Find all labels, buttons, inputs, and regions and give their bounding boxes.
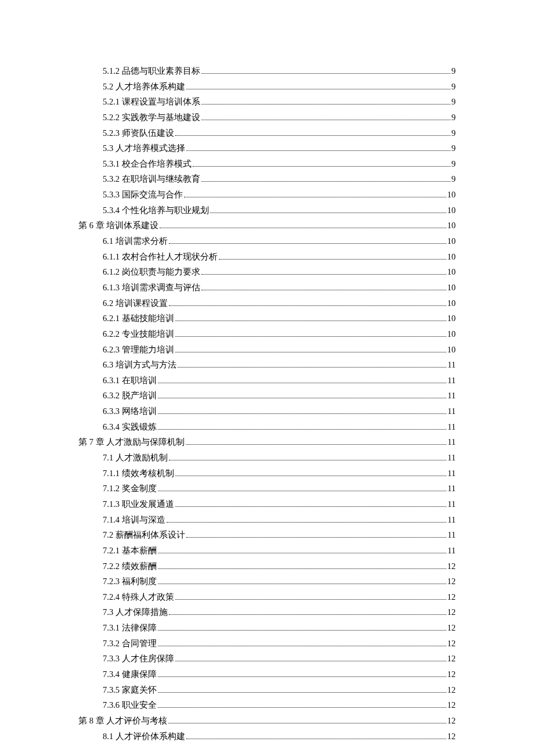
toc-leader-dots [175,321,446,321]
toc-entry: 5.3.1 校企合作培养模式9 [78,157,456,171]
toc-leader-dots [201,73,450,74]
toc-entry-page: 11 [448,373,456,388]
toc-leader-dots [201,104,450,105]
toc-entry-page: 10 [448,311,456,326]
toc-entry-page: 10 [448,188,456,202]
toc-leader-dots [175,476,446,476]
toc-entry-page: 11 [448,481,456,496]
toc-leader-dots [193,166,450,167]
toc-entry: 7.1.1 绩效考核机制11 [78,466,456,481]
toc-entry: 5.2.2 实践教学与基地建设9 [78,110,456,125]
toc-entry-page: 10 [448,343,456,357]
toc-entry-text: 5.3.3 国际交流与合作 [103,188,183,202]
toc-entry-page: 12 [448,683,456,697]
table-of-contents: 5.1.2 品德与职业素养目标95.2 人才培养体系构建95.2.1 课程设置与… [78,64,456,743]
toc-entry-page: 11 [448,435,456,449]
toc-leader-dots [186,444,446,445]
toc-entry: 5.1.2 品德与职业素养目标9 [78,64,456,78]
toc-entry-text: 5.3.2 在职培训与继续教育 [103,172,200,186]
toc-entry-text: 5.1.2 品德与职业素养目标 [103,64,200,78]
toc-entry: 7.1.3 职业发展通道11 [78,497,456,512]
toc-entry: 7.3.1 法律保障 12 [78,621,456,635]
toc-entry-page: 11 [448,528,456,542]
toc-entry-page: 10 [448,265,456,279]
toc-entry: 7.2 薪酬福利体系设计11 [78,528,456,542]
toc-entry-page: 10 [448,250,456,264]
toc-entry-text: 5.3 人才培养模式选择 [103,141,185,156]
toc-leader-dots [158,568,446,569]
toc-entry: 5.3.3 国际交流与合作10 [78,188,456,202]
toc-entry-page: 12 [448,729,456,744]
toc-entry: 5.2.3 师资队伍建设9 [78,126,456,141]
toc-entry: 7.2.2 绩效薪酬 12 [78,559,456,574]
toc-entry: 7.3.2 合同管理 12 [78,636,456,651]
toc-entry-text: 7.2 薪酬福利体系设计 [103,528,185,542]
toc-leader-dots [210,213,446,213]
toc-entry-page: 12 [448,667,456,682]
toc-entry: 6.3.4 实践锻炼 11 [78,420,456,434]
toc-leader-dots [158,383,446,383]
toc-leader-dots [175,352,446,352]
toc-entry: 6.3 培训方式与方法11 [78,358,456,372]
toc-entry-page: 12 [448,651,456,666]
toc-leader-dots [178,367,446,368]
toc-entry-page: 9 [452,64,456,78]
toc-entry-page: 9 [452,157,456,171]
toc-entry-page: 9 [452,172,456,186]
toc-entry-text: 7.3.4 健康保障 [103,667,157,682]
toc-entry-text: 5.3.1 校企合作培养模式 [103,157,192,171]
toc-leader-dots [158,646,446,646]
toc-entry-text: 6.1.3 培训需求调查与评估 [103,280,200,295]
toc-entry-text: 6.1.1 农村合作社人才现状分析 [103,250,218,264]
toc-entry-page: 11 [448,388,456,403]
toc-entry-text: 7.2.1 基本薪酬 [103,543,157,558]
toc-entry: 6.2.3 管理能力培训10 [78,343,456,357]
toc-entry: 7.3.3 人才住房保障12 [78,651,456,666]
toc-entry-text: 6.3.4 实践锻炼 [103,420,157,434]
toc-entry-text: 5.2.1 课程设置与培训体系 [103,95,200,109]
toc-entry: 7.3 人才保障措施12 [78,605,456,620]
toc-entry-text: 6.2.1 基础技能培训 [103,311,174,326]
toc-entry-text: 第 8 章 人才评价与考核 [78,714,167,728]
toc-leader-dots [168,723,446,723]
toc-entry-page: 12 [448,636,456,651]
toc-entry-page: 10 [448,296,456,311]
toc-entry-page: 12 [448,621,456,635]
toc-leader-dots [184,197,446,197]
toc-entry-page: 11 [448,451,456,465]
toc-entry-page: 11 [448,358,456,372]
toc-entry-text: 6.3.2 脱产培训 [103,388,157,403]
toc-entry: 6.3.3 网络培训 11 [78,404,456,419]
toc-entry-text: 7.1 人才激励机制 [103,451,168,465]
toc-leader-dots [175,135,450,136]
toc-entry-text: 7.1.3 职业发展通道 [103,497,174,512]
toc-entry: 6.3.2 脱产培训 11 [78,388,456,403]
toc-entry: 第 6 章 培训体系建设10 [78,218,456,233]
toc-leader-dots [158,584,446,584]
toc-entry: 7.2.4 特殊人才政策12 [78,590,456,604]
toc-leader-dots [158,429,446,430]
toc-entry: 6.2.2 专业技能培训10 [78,327,456,341]
toc-leader-dots [175,506,446,507]
toc-entry-page: 11 [448,513,456,527]
toc-leader-dots [158,553,446,553]
toc-entry-page: 10 [448,203,456,218]
toc-entry: 7.2.1 基本薪酬 11 [78,543,456,558]
toc-leader-dots [158,707,446,708]
toc-entry-text: 6.3 培训方式与方法 [103,358,176,372]
toc-leader-dots [201,290,446,290]
toc-entry: 5.3 人才培养模式选择9 [78,141,456,156]
toc-entry-page: 11 [448,497,456,512]
toc-leader-dots [175,599,446,600]
toc-entry: 7.3.6 职业安全 12 [78,698,456,712]
toc-entry-text: 7.3.2 合同管理 [103,636,157,651]
toc-entry-text: 6.2 培训课程设置 [103,296,168,311]
toc-entry: 8.1 人才评价体系构建12 [78,729,456,744]
toc-entry-text: 第 7 章 人才激励与保障机制 [78,435,185,449]
toc-leader-dots [158,692,446,693]
toc-entry-text: 7.3.5 家庭关怀 [103,683,157,697]
toc-entry-text: 7.3.1 法律保障 [103,621,157,635]
toc-leader-dots [158,413,446,414]
toc-leader-dots [158,398,446,398]
toc-entry: 第 7 章 人才激励与保障机制11 [78,435,456,449]
